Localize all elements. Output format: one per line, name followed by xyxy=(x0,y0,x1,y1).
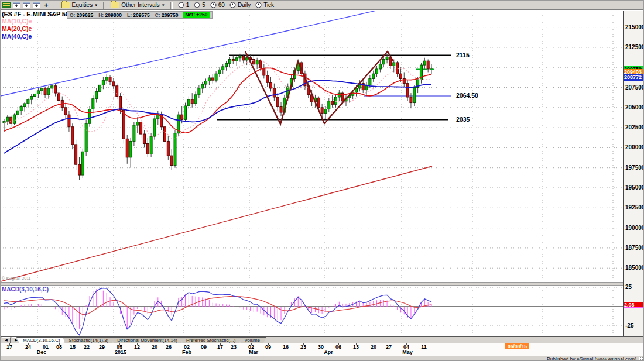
macd-axis-label: -25 xyxy=(625,322,633,329)
price-marker-208772: 208772 xyxy=(624,74,644,81)
date-tick-label: 23 xyxy=(296,344,311,350)
macd-line xyxy=(4,288,431,335)
new-chart-alt-icon[interactable] xyxy=(23,1,30,9)
date-tick-label: 20 xyxy=(147,344,162,350)
ma10-line xyxy=(4,60,431,139)
clock-icon xyxy=(194,1,200,9)
net-change-badge: Net: +250 xyxy=(183,12,209,18)
price-axis-label: 192500 xyxy=(625,204,644,211)
toolbar-menu-label: Equities xyxy=(72,2,93,8)
price-axis[interactable]: 2150002125002075002050002025002000001975… xyxy=(623,11,644,356)
current-date-badge: 06/08/15 xyxy=(505,343,529,349)
price-axis-label: 205000 xyxy=(625,104,644,111)
tab-stochastic-14-1-3-[interactable]: Stochastic(14(1),3) xyxy=(63,337,115,343)
ma-legend-item: MA(40,C)e xyxy=(2,33,32,40)
interval-button-5[interactable]: 5 xyxy=(193,1,207,9)
ma-legend: MA(10,C)eMA(20,C)eMA(40,C)e xyxy=(2,18,32,40)
month-label: Mar xyxy=(242,349,265,355)
toolbar-menu-label: Other Intervals xyxy=(121,2,160,8)
open-value: O: 209625 xyxy=(70,12,93,18)
esignal-watermark: © eSignal, 2011 xyxy=(2,276,30,280)
toolbar: +Equities▼Other Intervals▼1560DailyTick xyxy=(1,1,644,10)
price-axis-label: 187500 xyxy=(625,245,644,251)
macd-signal-line xyxy=(4,297,431,315)
ma-legend-item: MA(20,C)e xyxy=(2,25,32,33)
tab-preferred-stochastic-[interactable]: Preferred Stochastic(,..) xyxy=(180,337,242,343)
ohlc-bar: O: 209625 H: 209800 L: 209575 C: 209750 … xyxy=(67,11,213,19)
window-properties-icon[interactable] xyxy=(33,1,40,9)
tab-macd-3-10-16-c-[interactable]: MACD(3,10,16,C) xyxy=(16,337,67,343)
price-axis-label: 197500 xyxy=(625,164,644,171)
main-chart-canvas[interactable]: 21152064.502035 xyxy=(1,11,623,282)
new-chart-icon[interactable] xyxy=(13,1,20,9)
month-label: 2015 xyxy=(109,349,132,355)
tab-directional-movement-14-14-[interactable]: Directional Movement(14,14) xyxy=(111,337,184,343)
date-tick-label: 23 xyxy=(226,344,241,350)
high-value: H: 209800 xyxy=(98,12,122,18)
macd-chart-canvas[interactable] xyxy=(1,286,623,337)
chevron-down-icon: ▼ xyxy=(94,4,98,7)
toolbar-separator xyxy=(103,2,105,9)
interval-label: Tick xyxy=(263,2,274,8)
toolbar-separator xyxy=(54,2,56,9)
study-tab-row: ◀ ▶ MACD(3,10,16,C)Stochastic(14(1),3)Di… xyxy=(1,336,644,343)
macd-study-label: MACD(3,10,16,C) xyxy=(2,286,49,293)
close-value: C: 209750 xyxy=(155,12,179,18)
interval-button-1[interactable]: 1 xyxy=(177,1,191,9)
price-axis-label: 202500 xyxy=(625,124,644,130)
date-tick-label: 22 xyxy=(79,344,94,350)
clock-icon xyxy=(229,1,236,9)
date-tick-label: 27 xyxy=(381,344,396,350)
lower-channel-line xyxy=(1,166,432,281)
toolbar-menu-equities[interactable]: Equities▼ xyxy=(60,1,100,9)
interval-label: 1 xyxy=(186,2,190,8)
folder-icon xyxy=(61,2,70,8)
month-label: Feb xyxy=(175,349,198,355)
price-axis-label: 212500 xyxy=(625,44,644,50)
interval-button-tick[interactable]: Tick xyxy=(254,1,275,9)
status-bar: Published by eSignal (www.esignal.com) xyxy=(1,356,644,361)
clock-icon xyxy=(178,1,184,9)
resize-grip[interactable] xyxy=(639,357,644,361)
clock-icon xyxy=(210,1,217,9)
interval-button-daily[interactable]: Daily xyxy=(228,1,252,9)
esignal-chart-window: +Equities▼Other Intervals▼1560DailyTick … xyxy=(0,0,644,361)
price-annotation-label: 2064.50 xyxy=(456,92,478,99)
upper-channel-line xyxy=(1,11,384,96)
date-tick-label: 15 xyxy=(65,344,80,350)
month-label: Apr xyxy=(317,349,340,355)
main-gridlines xyxy=(1,11,623,282)
folder-icon xyxy=(111,2,119,8)
interval-label: 5 xyxy=(202,2,205,8)
macd-histogram xyxy=(4,289,431,329)
interval-label: 60 xyxy=(218,2,225,8)
toolbar-menu-other-intervals[interactable]: Other Intervals▼ xyxy=(109,1,166,9)
macd-axis-label: 25 xyxy=(625,284,632,290)
price-annotation-label: 2035 xyxy=(456,116,470,123)
clock-icon xyxy=(255,1,262,9)
month-label: Dec xyxy=(30,349,53,355)
month-label: May xyxy=(396,349,419,355)
ma-legend-item: MA(10,C)e xyxy=(2,18,32,25)
low-value: L: 209575 xyxy=(127,12,150,18)
macd-value-marker: 2.03 xyxy=(624,302,644,308)
date-tick-label: 29 xyxy=(94,344,109,350)
date-tick-label: 16 xyxy=(278,344,293,350)
date-tick-label: 17 xyxy=(2,344,17,350)
chart-table-icon[interactable] xyxy=(2,1,11,9)
price-axis-label: 215000 xyxy=(625,24,644,30)
date-axis[interactable]: 06/08/15 1724010815222905122026020917230… xyxy=(1,343,644,356)
tab-volume[interactable]: Volume xyxy=(238,337,266,343)
price-axis-label: 190000 xyxy=(625,225,644,231)
toolbar-separator xyxy=(170,2,173,9)
plus-icon[interactable]: + xyxy=(43,1,50,9)
publisher-text: Published by eSignal (www.esignal.com) xyxy=(547,356,636,361)
price-axis-label: 200000 xyxy=(625,144,644,150)
date-tick-label: 13 xyxy=(348,344,364,350)
price-annotation-label: 2115 xyxy=(456,51,470,59)
date-tick-label: 26 xyxy=(161,344,176,350)
price-axis-label: 207500 xyxy=(625,84,644,91)
price-axis-label: 185000 xyxy=(625,264,644,271)
date-tick-label: 20 xyxy=(366,344,381,350)
interval-button-60[interactable]: 60 xyxy=(209,1,226,9)
